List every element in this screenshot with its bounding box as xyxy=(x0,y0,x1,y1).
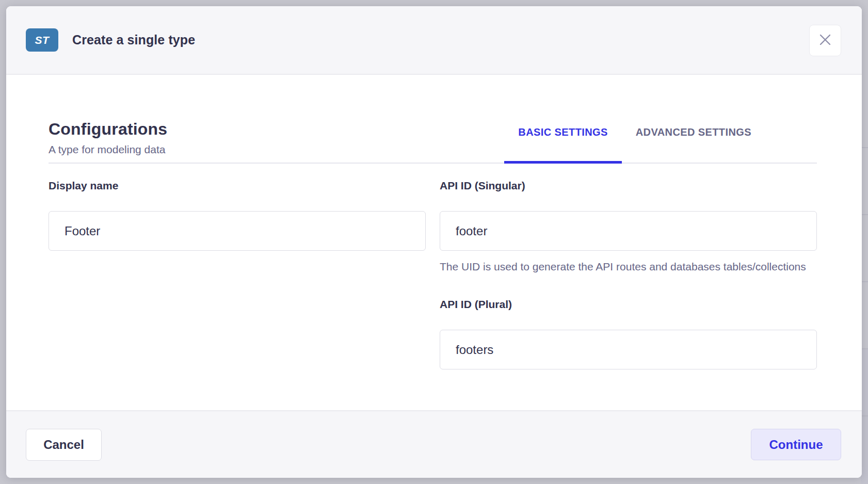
api-id-singular-helper: The UID is used to generate the API rout… xyxy=(440,259,817,275)
display-name-column: Display name xyxy=(49,179,426,369)
display-name-input[interactable] xyxy=(49,211,426,251)
single-type-badge-label: ST xyxy=(35,34,50,46)
tab-advanced-settings[interactable]: ADVANCED SETTINGS xyxy=(622,126,765,163)
backdrop-row-divider xyxy=(861,147,868,148)
close-button[interactable] xyxy=(809,25,841,56)
continue-button[interactable]: Continue xyxy=(751,429,841,460)
api-id-singular-label: API ID (Singular) xyxy=(440,179,817,192)
api-id-plural-label: API ID (Plural) xyxy=(440,298,817,311)
api-id-singular-field: API ID (Singular) The UID is used to gen… xyxy=(440,179,817,275)
api-id-singular-input[interactable] xyxy=(440,211,817,251)
api-id-plural-field: API ID (Plural) xyxy=(440,298,817,369)
modal-body: Configurations A type for modeling data … xyxy=(6,75,862,410)
modal-header: ST Create a single type xyxy=(6,6,862,75)
modal-title: Create a single type xyxy=(72,33,195,47)
display-name-label: Display name xyxy=(49,179,426,192)
configurations-header-row: Configurations A type for modeling data … xyxy=(49,120,817,164)
cancel-button[interactable]: Cancel xyxy=(26,429,102,461)
modal-footer: Cancel Continue xyxy=(6,410,862,478)
backdrop-row-divider xyxy=(861,348,868,349)
single-type-badge-icon: ST xyxy=(26,28,58,52)
page-subtitle: A type for modeling data xyxy=(49,143,167,156)
close-icon xyxy=(819,34,831,48)
configurations-form: Display name API ID (Singular) The UID i… xyxy=(49,179,817,369)
backdrop-row-divider xyxy=(861,281,868,282)
configurations-titles: Configurations A type for modeling data xyxy=(49,120,167,163)
page-title: Configurations xyxy=(49,120,167,139)
api-id-plural-input[interactable] xyxy=(440,330,817,369)
create-single-type-modal: ST Create a single type Configurations A… xyxy=(6,6,862,478)
settings-tabs: BASIC SETTINGS ADVANCED SETTINGS xyxy=(504,120,765,163)
backdrop-row-divider xyxy=(861,214,868,215)
tab-basic-settings[interactable]: BASIC SETTINGS xyxy=(504,126,621,163)
backdrop-row-divider xyxy=(861,415,868,416)
api-id-column: API ID (Singular) The UID is used to gen… xyxy=(440,179,817,369)
